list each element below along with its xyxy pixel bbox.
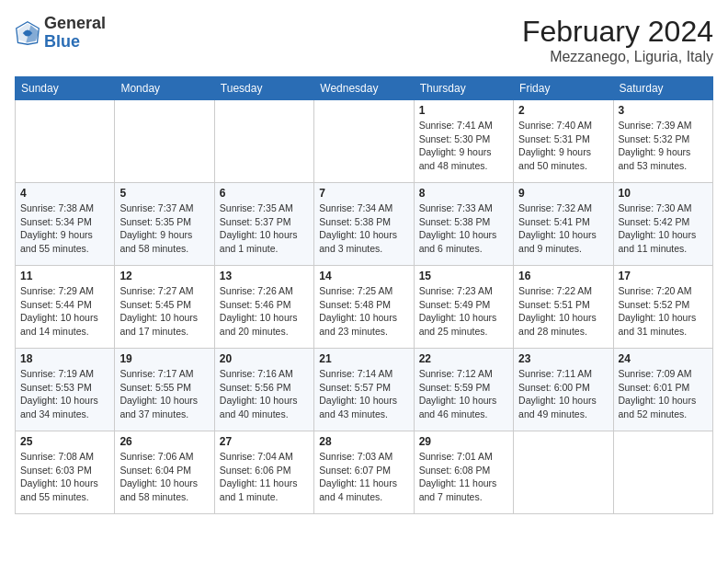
day-number: 29 [419,435,508,448]
page-header: General Blue February 2024 Mezzanego, Li… [15,15,713,65]
calendar-cell: 6Sunrise: 7:35 AMSunset: 5:37 PMDaylight… [214,183,313,266]
calendar-header-row: SundayMondayTuesdayWednesdayThursdayFrid… [16,77,713,100]
calendar-cell: 9Sunrise: 7:32 AMSunset: 5:41 PMDaylight… [514,183,613,266]
day-number: 27 [220,435,309,448]
calendar-cell [514,431,613,514]
day-number: 6 [220,187,309,200]
day-info: Sunrise: 7:17 AMSunset: 5:55 PMDaylight:… [119,367,209,421]
calendar-week-row: 4Sunrise: 7:38 AMSunset: 5:34 PMDaylight… [16,183,713,266]
calendar-cell: 22Sunrise: 7:12 AMSunset: 5:59 PMDayligh… [414,349,513,431]
title-block: February 2024 Mezzanego, Liguria, Italy [522,15,713,65]
logo-icon [15,20,40,46]
calendar-table: SundayMondayTuesdayWednesdayThursdayFrid… [15,76,713,514]
day-info: Sunrise: 7:22 AMSunset: 5:51 PMDaylight:… [518,284,608,339]
day-number: 25 [20,435,109,448]
logo-text: General Blue [44,15,106,52]
calendar-cell: 16Sunrise: 7:22 AMSunset: 5:51 PMDayligh… [514,266,613,349]
day-info: Sunrise: 7:40 AMSunset: 5:31 PMDaylight:… [518,119,608,173]
day-info: Sunrise: 7:14 AMSunset: 5:57 PMDaylight:… [319,367,408,421]
calendar-week-row: 25Sunrise: 7:08 AMSunset: 6:03 PMDayligh… [16,431,713,514]
day-number: 11 [20,270,109,282]
calendar-cell: 26Sunrise: 7:06 AMSunset: 6:04 PMDayligh… [115,431,214,514]
day-info: Sunrise: 7:27 AMSunset: 5:45 PMDaylight:… [119,284,209,339]
day-info: Sunrise: 7:32 AMSunset: 5:41 PMDaylight:… [518,201,608,256]
calendar-cell: 14Sunrise: 7:25 AMSunset: 5:48 PMDayligh… [314,266,414,349]
calendar-cell: 18Sunrise: 7:19 AMSunset: 5:53 PMDayligh… [16,349,115,431]
calendar-cell: 20Sunrise: 7:16 AMSunset: 5:56 PMDayligh… [214,349,313,431]
day-number: 10 [619,187,708,200]
day-info: Sunrise: 7:19 AMSunset: 5:53 PMDaylight:… [20,367,109,421]
calendar-cell: 15Sunrise: 7:23 AMSunset: 5:49 PMDayligh… [414,266,513,349]
day-number: 15 [419,270,508,282]
day-number: 13 [220,270,309,282]
calendar-cell: 12Sunrise: 7:27 AMSunset: 5:45 PMDayligh… [115,266,214,349]
day-number: 2 [518,104,608,117]
day-info: Sunrise: 7:04 AMSunset: 6:06 PMDaylight:… [220,450,309,504]
subtitle: Mezzanego, Liguria, Italy [522,49,713,65]
day-info: Sunrise: 7:06 AMSunset: 6:04 PMDaylight:… [119,450,209,504]
day-info: Sunrise: 7:26 AMSunset: 5:46 PMDaylight:… [220,284,309,339]
calendar-cell: 29Sunrise: 7:01 AMSunset: 6:08 PMDayligh… [414,431,513,514]
calendar-cell: 3Sunrise: 7:39 AMSunset: 5:32 PMDaylight… [613,100,712,183]
day-info: Sunrise: 7:11 AMSunset: 6:00 PMDaylight:… [518,367,608,421]
day-number: 21 [319,352,408,365]
day-info: Sunrise: 7:38 AMSunset: 5:34 PMDaylight:… [20,201,109,256]
day-number: 1 [419,104,508,117]
calendar-cell [115,100,214,183]
day-info: Sunrise: 7:12 AMSunset: 5:59 PMDaylight:… [419,367,508,421]
day-number: 20 [220,352,309,365]
day-info: Sunrise: 7:30 AMSunset: 5:42 PMDaylight:… [619,201,708,256]
day-number: 18 [20,352,109,365]
calendar-week-row: 18Sunrise: 7:19 AMSunset: 5:53 PMDayligh… [16,349,713,431]
calendar-cell [214,100,313,183]
calendar-cell: 4Sunrise: 7:38 AMSunset: 5:34 PMDaylight… [16,183,115,266]
day-number: 16 [518,270,608,282]
day-info: Sunrise: 7:16 AMSunset: 5:56 PMDaylight:… [220,367,309,421]
day-info: Sunrise: 7:37 AMSunset: 5:35 PMDaylight:… [119,201,209,256]
day-info: Sunrise: 7:41 AMSunset: 5:30 PMDaylight:… [419,119,508,173]
calendar-cell: 13Sunrise: 7:26 AMSunset: 5:46 PMDayligh… [214,266,313,349]
calendar-week-row: 1Sunrise: 7:41 AMSunset: 5:30 PMDaylight… [16,100,713,183]
day-info: Sunrise: 7:08 AMSunset: 6:03 PMDaylight:… [20,450,109,504]
calendar-cell: 27Sunrise: 7:04 AMSunset: 6:06 PMDayligh… [214,431,313,514]
calendar-cell: 28Sunrise: 7:03 AMSunset: 6:07 PMDayligh… [314,431,414,514]
day-info: Sunrise: 7:29 AMSunset: 5:44 PMDaylight:… [20,284,109,339]
logo-blue: Blue [44,32,80,51]
calendar-cell [314,100,414,183]
calendar-cell [613,431,712,514]
day-info: Sunrise: 7:03 AMSunset: 6:07 PMDaylight:… [319,450,408,504]
day-info: Sunrise: 7:33 AMSunset: 5:38 PMDaylight:… [419,201,508,256]
day-info: Sunrise: 7:09 AMSunset: 6:01 PMDaylight:… [619,367,708,421]
calendar-cell: 24Sunrise: 7:09 AMSunset: 6:01 PMDayligh… [613,349,712,431]
day-number: 17 [619,270,708,282]
day-number: 9 [518,187,608,200]
logo: General Blue [15,15,106,52]
day-info: Sunrise: 7:39 AMSunset: 5:32 PMDaylight:… [619,119,708,173]
weekday-header: Monday [115,77,214,100]
calendar-cell: 11Sunrise: 7:29 AMSunset: 5:44 PMDayligh… [16,266,115,349]
day-info: Sunrise: 7:34 AMSunset: 5:38 PMDaylight:… [319,201,408,256]
calendar-cell: 23Sunrise: 7:11 AMSunset: 6:00 PMDayligh… [514,349,613,431]
day-number: 12 [119,270,209,282]
weekday-header: Saturday [613,77,712,100]
weekday-header: Friday [514,77,613,100]
day-number: 22 [419,352,508,365]
calendar-cell: 8Sunrise: 7:33 AMSunset: 5:38 PMDaylight… [414,183,513,266]
day-number: 28 [319,435,408,448]
weekday-header: Sunday [16,77,115,100]
weekday-header: Wednesday [314,77,414,100]
calendar-cell: 10Sunrise: 7:30 AMSunset: 5:42 PMDayligh… [613,183,712,266]
day-number: 8 [419,187,508,200]
calendar-cell: 1Sunrise: 7:41 AMSunset: 5:30 PMDaylight… [414,100,513,183]
day-number: 23 [518,352,608,365]
main-title: February 2024 [522,15,713,49]
calendar-cell: 19Sunrise: 7:17 AMSunset: 5:55 PMDayligh… [115,349,214,431]
day-number: 5 [119,187,209,200]
day-number: 14 [319,270,408,282]
logo-general: General [44,14,106,32]
day-number: 7 [319,187,408,200]
calendar-cell: 17Sunrise: 7:20 AMSunset: 5:52 PMDayligh… [613,266,712,349]
calendar-cell: 21Sunrise: 7:14 AMSunset: 5:57 PMDayligh… [314,349,414,431]
day-info: Sunrise: 7:25 AMSunset: 5:48 PMDaylight:… [319,284,408,339]
day-info: Sunrise: 7:35 AMSunset: 5:37 PMDaylight:… [220,201,309,256]
